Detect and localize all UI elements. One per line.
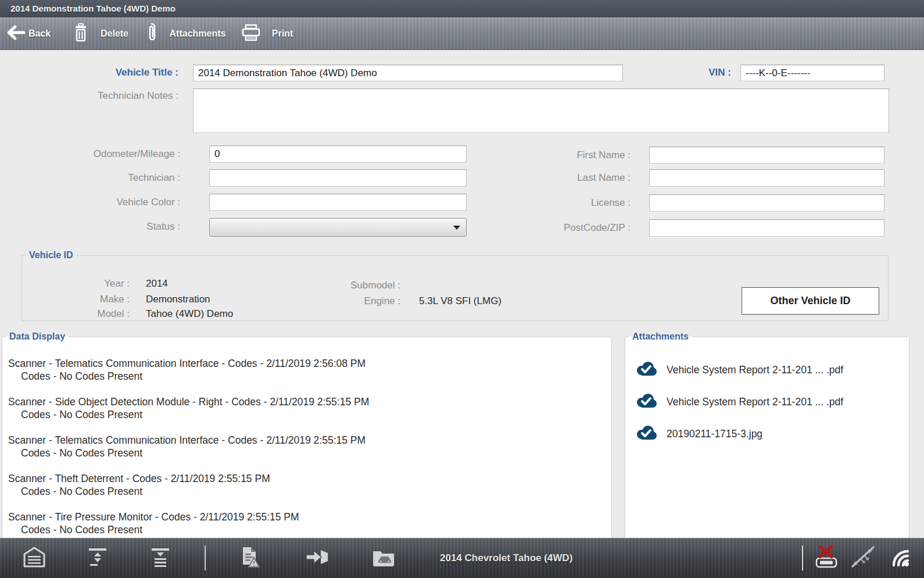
technician-input[interactable] bbox=[209, 169, 467, 187]
status-label: Status : bbox=[58, 221, 180, 233]
entry-title: Scanner - Theft Deterrent - Codes - 2/11… bbox=[8, 472, 607, 485]
back-button-label-area[interactable]: Back bbox=[22, 17, 57, 50]
model-label: Model : bbox=[57, 308, 130, 320]
wifi-indicator bbox=[888, 538, 914, 578]
expand-vertical-icon bbox=[87, 547, 108, 570]
entry-status: Codes - No Codes Present bbox=[8, 485, 607, 498]
scan-module-disconnected-indicator bbox=[812, 538, 840, 578]
data-display-entry[interactable]: Scanner - Side Object Detection Module -… bbox=[8, 395, 607, 421]
vehicle-title-input[interactable] bbox=[193, 65, 623, 81]
data-display-entry[interactable]: Scanner - Telematics Communication Inter… bbox=[8, 357, 607, 383]
garage-icon bbox=[23, 547, 45, 570]
attachment-item[interactable]: 20190211-1715-3.jpg bbox=[636, 424, 904, 443]
usb-disconnected-indicator bbox=[850, 538, 876, 578]
other-vehicle-id-button[interactable]: Other Vehicle ID bbox=[742, 287, 879, 315]
vehicle-id-legend: Vehicle ID bbox=[26, 250, 77, 261]
printer-icon bbox=[242, 24, 260, 44]
vehicle-id-section: Vehicle ID Year : 2014 Make : Demonstrat… bbox=[22, 250, 889, 321]
postcode-label: PostCode/ZIP : bbox=[508, 222, 631, 234]
scan-module-disconnected-icon bbox=[812, 544, 840, 572]
bottom-toolbar: 2014 Chevrolet Tahoe (4WD) bbox=[0, 538, 924, 578]
technician-notes-input[interactable] bbox=[193, 88, 889, 133]
back-label: Back bbox=[28, 28, 51, 39]
collapse-list-button[interactable] bbox=[150, 538, 171, 578]
year-value: 2014 bbox=[146, 278, 168, 290]
vehicle-title-label: Vehicle Title : bbox=[56, 67, 178, 79]
print-button-label-area[interactable]: Print bbox=[266, 17, 299, 50]
license-input[interactable] bbox=[649, 194, 884, 212]
attachment-name: Vehicle System Report 2-11-201 ... .pdf bbox=[667, 364, 843, 376]
attachments-legend: Attachments bbox=[629, 331, 692, 342]
model-value: Tahoe (4WD) Demo bbox=[146, 308, 233, 320]
entry-title: Scanner - Tire Pressure Monitor - Codes … bbox=[8, 511, 607, 523]
vehicle-color-input[interactable] bbox=[209, 194, 467, 211]
vin-label: VIN : bbox=[656, 67, 731, 79]
app-window: 2014 Demonstration Tahoe (4WD) Demo Back… bbox=[0, 0, 924, 578]
first-name-label: First Name : bbox=[508, 149, 631, 161]
attachments-button-label-area[interactable]: Attachments bbox=[167, 17, 228, 50]
delete-button[interactable] bbox=[74, 17, 87, 50]
data-display-section: Data Display Scanner - Telematics Commun… bbox=[2, 331, 612, 538]
active-vehicle-label: 2014 Chevrolet Tahoe (4WD) bbox=[440, 538, 572, 578]
postcode-input[interactable] bbox=[649, 219, 884, 237]
attachments-list: Vehicle System Report 2-11-201 ... .pdf … bbox=[625, 342, 909, 443]
trash-icon bbox=[74, 23, 87, 44]
data-display-entry[interactable]: Scanner - Telematics Communication Inter… bbox=[8, 434, 607, 459]
codes-report-button[interactable] bbox=[241, 538, 260, 578]
toolbar-divider bbox=[802, 545, 803, 570]
connect-icon bbox=[305, 548, 329, 569]
attachments-button[interactable] bbox=[146, 17, 157, 50]
entry-status: Codes - No Codes Present bbox=[8, 523, 607, 536]
attachment-name: 20190211-1715-3.jpg bbox=[667, 428, 762, 440]
delete-button-label-area[interactable]: Delete bbox=[96, 17, 132, 50]
vin-input[interactable] bbox=[740, 65, 884, 81]
engine-value: 5.3L V8 SFI (LMG) bbox=[419, 295, 502, 307]
attachments-label: Attachments bbox=[170, 28, 226, 39]
delete-label: Delete bbox=[101, 28, 128, 39]
chevron-down-icon bbox=[453, 226, 460, 230]
year-label: Year : bbox=[57, 278, 130, 290]
last-name-input[interactable] bbox=[649, 169, 884, 187]
license-label: License : bbox=[508, 197, 631, 209]
make-label: Make : bbox=[57, 294, 130, 305]
entry-status: Codes - No Codes Present bbox=[8, 408, 607, 421]
entry-title: Scanner - Telematics Communication Inter… bbox=[8, 357, 607, 370]
main-toolbar: Back Delete Attachments Print bbox=[0, 17, 924, 50]
entry-status: Codes - No Codes Present bbox=[8, 370, 607, 383]
status-dropdown[interactable] bbox=[209, 218, 467, 237]
codes-report-icon bbox=[241, 546, 260, 570]
toolbar-divider bbox=[205, 545, 206, 570]
first-name-input[interactable] bbox=[649, 147, 884, 164]
print-label: Print bbox=[272, 28, 293, 39]
entry-status: Codes - No Codes Present bbox=[8, 447, 607, 459]
paperclip-icon bbox=[146, 23, 157, 45]
vehicle-records-button[interactable] bbox=[372, 538, 395, 578]
collapse-list-icon bbox=[150, 547, 171, 570]
last-name-label: Last Name : bbox=[508, 172, 631, 184]
submodel-label: Submodel : bbox=[301, 280, 400, 291]
connect-button[interactable] bbox=[305, 538, 329, 578]
data-display-list: Scanner - Telematics Communication Inter… bbox=[2, 342, 611, 536]
window-title: 2014 Demonstration Tahoe (4WD) Demo bbox=[0, 0, 924, 17]
attachment-name: Vehicle System Report 2-11-201 ... .pdf bbox=[667, 396, 843, 408]
expand-vertical-button[interactable] bbox=[87, 538, 108, 578]
entry-title: Scanner - Telematics Communication Inter… bbox=[8, 434, 607, 447]
vehicle-records-icon bbox=[372, 548, 395, 569]
attachment-item[interactable]: Vehicle System Report 2-11-201 ... .pdf bbox=[636, 393, 904, 411]
cloud-check-icon bbox=[636, 361, 657, 379]
technician-label: Technician : bbox=[58, 172, 180, 184]
attachments-section: Attachments Vehicle System Report 2-11-2… bbox=[625, 331, 909, 538]
garage-button[interactable] bbox=[23, 538, 45, 578]
engine-label: Engine : bbox=[301, 295, 400, 307]
attachment-item[interactable]: Vehicle System Report 2-11-201 ... .pdf bbox=[636, 361, 904, 379]
odometer-input[interactable] bbox=[209, 145, 467, 163]
wifi-icon bbox=[888, 545, 914, 571]
entry-title: Scanner - Side Object Detection Module -… bbox=[8, 395, 607, 408]
data-display-entry[interactable]: Scanner - Theft Deterrent - Codes - 2/11… bbox=[8, 472, 607, 498]
data-display-entry[interactable]: Scanner - Tire Pressure Monitor - Codes … bbox=[8, 511, 607, 536]
print-button[interactable] bbox=[242, 17, 260, 50]
vehicle-color-label: Vehicle Color : bbox=[58, 197, 180, 208]
make-value: Demonstration bbox=[146, 294, 210, 305]
odometer-label: Odometer/Mileage : bbox=[58, 148, 180, 160]
technician-notes-label: Technician Notes : bbox=[56, 90, 178, 102]
